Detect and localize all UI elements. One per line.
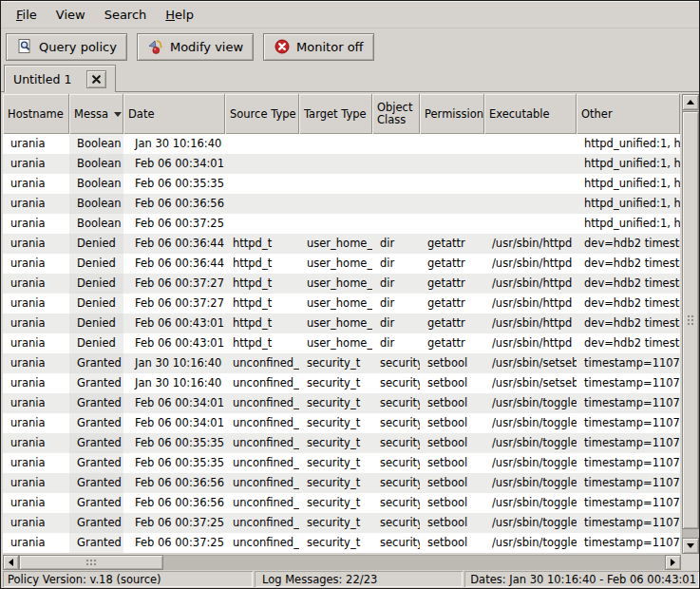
log-row[interactable]: uraniaDeniedFeb 06 00:36:44httpd_tuser_h… bbox=[3, 234, 680, 254]
toolbar-button-label: Query policy bbox=[39, 40, 117, 54]
scroll-down-arrow[interactable] bbox=[682, 538, 699, 554]
cell-executable: /usr/sbin/setseb bbox=[484, 373, 577, 393]
cell-permission: setbool bbox=[420, 393, 484, 413]
modify-view-button[interactable]: Modify view bbox=[137, 33, 254, 61]
vertical-scrollbar-thumb[interactable] bbox=[682, 111, 699, 529]
cell-messa: Denied bbox=[69, 234, 123, 254]
cell-hostname: urania bbox=[3, 513, 69, 533]
log-row[interactable]: uraniaGrantedFeb 06 00:34:01unconfined_s… bbox=[3, 413, 680, 433]
log-row[interactable]: uraniaGrantedJan 30 10:16:40unconfined_s… bbox=[3, 353, 680, 373]
menu-help[interactable]: Help bbox=[156, 4, 203, 26]
cell-date: Feb 06 00:35:35 bbox=[123, 174, 225, 194]
table-body: uraniaBooleanJan 30 10:16:40httpd_unifie… bbox=[3, 134, 680, 553]
cell-date: Feb 06 00:36:56 bbox=[123, 473, 225, 493]
cell-object-class: security bbox=[372, 513, 420, 533]
column-header-executable[interactable]: Executable bbox=[484, 94, 577, 134]
log-row[interactable]: uraniaDeniedFeb 06 00:36:44httpd_tuser_h… bbox=[3, 254, 680, 274]
column-header-hostname[interactable]: Hostname bbox=[3, 94, 69, 134]
cell-target-type: user_home_ bbox=[299, 333, 372, 353]
log-messages-status: Log Messages: 22/23 bbox=[255, 571, 463, 587]
scroll-right-arrow[interactable] bbox=[665, 555, 681, 570]
scroll-up-arrow[interactable] bbox=[682, 94, 699, 110]
column-header-object-class[interactable]: Object Class bbox=[372, 94, 420, 134]
horizontal-scrollbar[interactable] bbox=[3, 555, 681, 570]
log-row[interactable]: uraniaBooleanFeb 06 00:37:25httpd_unifie… bbox=[3, 214, 680, 234]
log-row[interactable]: uraniaBooleanFeb 06 00:35:35httpd_unifie… bbox=[3, 174, 680, 194]
column-header-messa[interactable]: Messa bbox=[69, 94, 123, 134]
cell-date: Feb 06 00:36:56 bbox=[123, 493, 225, 513]
cell-hostname: urania bbox=[3, 473, 69, 493]
cell-target-type: user_home_ bbox=[299, 234, 372, 254]
toolbar-button-label: Monitor off bbox=[296, 40, 363, 54]
cell-target-type bbox=[299, 134, 372, 154]
cell-source-type: unconfined_ bbox=[225, 513, 299, 533]
cell-object-class: dir bbox=[372, 333, 420, 353]
horizontal-scrollbar-thumb[interactable] bbox=[19, 555, 163, 570]
column-header-source-type[interactable]: Source Type bbox=[225, 94, 299, 134]
column-header-target-type[interactable]: Target Type bbox=[299, 94, 372, 134]
cell-hostname: urania bbox=[3, 214, 69, 234]
column-header-date[interactable]: Date bbox=[123, 94, 225, 134]
cell-hostname: urania bbox=[3, 533, 69, 553]
log-row[interactable]: uraniaBooleanFeb 06 00:36:56httpd_unifie… bbox=[3, 194, 680, 214]
menu-view[interactable]: View bbox=[47, 4, 95, 26]
column-header-label: Source Type bbox=[230, 108, 296, 121]
cell-source-type: unconfined_ bbox=[225, 393, 299, 413]
cell-hostname: urania bbox=[3, 413, 69, 433]
query-policy-icon bbox=[16, 38, 33, 55]
cell-messa: Denied bbox=[69, 254, 123, 274]
cell-source-type: httpd_t bbox=[225, 333, 299, 353]
cell-object-class: dir bbox=[372, 234, 420, 254]
log-row[interactable]: uraniaGrantedJan 30 10:16:40unconfined_s… bbox=[3, 373, 680, 393]
cell-source-type: unconfined_ bbox=[225, 473, 299, 493]
cell-source-type: unconfined_ bbox=[225, 413, 299, 433]
cell-messa: Granted bbox=[69, 473, 123, 493]
cell-other: timestamp=11076 bbox=[577, 493, 680, 513]
cell-other: timestamp=11076 bbox=[577, 393, 680, 413]
monitor-off-button[interactable]: Monitor off bbox=[263, 33, 373, 61]
menu-file[interactable]: File bbox=[7, 4, 47, 26]
menu-search[interactable]: Search bbox=[95, 4, 157, 26]
cell-permission: getattr bbox=[420, 294, 484, 314]
log-row[interactable]: uraniaGrantedFeb 06 00:36:56unconfined_s… bbox=[3, 473, 680, 493]
log-row[interactable]: uraniaDeniedFeb 06 00:37:27httpd_tuser_h… bbox=[3, 294, 680, 314]
log-row[interactable]: uraniaGrantedFeb 06 00:35:35unconfined_s… bbox=[3, 433, 680, 453]
log-row[interactable]: uraniaGrantedFeb 06 00:36:56unconfined_s… bbox=[3, 493, 680, 513]
cell-date: Jan 30 10:16:40 bbox=[123, 373, 225, 393]
log-row[interactable]: uraniaGrantedFeb 06 00:37:25unconfined_s… bbox=[3, 513, 680, 533]
log-row[interactable]: uraniaGrantedFeb 06 00:37:25unconfined_s… bbox=[3, 533, 680, 553]
cell-hostname: urania bbox=[3, 274, 69, 294]
log-row[interactable]: uraniaBooleanJan 30 10:16:40httpd_unifie… bbox=[3, 134, 680, 154]
cell-source-type: httpd_t bbox=[225, 254, 299, 274]
cell-executable: /usr/sbin/toggle bbox=[484, 513, 577, 533]
log-row[interactable]: uraniaGrantedFeb 06 00:35:35unconfined_s… bbox=[3, 453, 680, 473]
tab-untitled-1[interactable]: Untitled 1 bbox=[4, 65, 116, 92]
query-policy-button[interactable]: Query policy bbox=[6, 33, 127, 61]
cell-executable bbox=[484, 134, 577, 154]
cell-source-type bbox=[225, 134, 299, 154]
column-header-permission[interactable]: Permission bbox=[420, 94, 484, 134]
cell-messa: Boolean bbox=[69, 134, 123, 154]
cell-messa: Denied bbox=[69, 314, 123, 333]
cell-hostname: urania bbox=[3, 194, 69, 214]
cell-date: Feb 06 00:36:44 bbox=[123, 234, 225, 254]
column-header-other[interactable]: Other bbox=[577, 94, 680, 134]
close-icon[interactable] bbox=[86, 70, 106, 88]
cell-object-class: dir bbox=[372, 314, 420, 333]
cell-other: dev=hdb2 timesta bbox=[577, 294, 680, 314]
vertical-scrollbar[interactable] bbox=[682, 94, 699, 554]
cell-target-type: security_t bbox=[299, 473, 372, 493]
log-row[interactable]: uraniaGrantedFeb 06 00:34:01unconfined_s… bbox=[3, 393, 680, 413]
scroll-left-arrow[interactable] bbox=[3, 555, 19, 570]
cell-object-class: dir bbox=[372, 274, 420, 294]
log-row[interactable]: uraniaBooleanFeb 06 00:34:01httpd_unifie… bbox=[3, 154, 680, 174]
log-row[interactable]: uraniaDeniedFeb 06 00:43:01httpd_tuser_h… bbox=[3, 314, 680, 333]
cell-date: Feb 06 00:36:56 bbox=[123, 194, 225, 214]
policy-version-text: Policy Version: v.18 (source) bbox=[8, 573, 161, 586]
cell-object-class bbox=[372, 154, 420, 174]
cell-permission: getattr bbox=[420, 333, 484, 353]
log-row[interactable]: uraniaDeniedFeb 06 00:37:27httpd_tuser_h… bbox=[3, 274, 680, 294]
log-row[interactable]: uraniaDeniedFeb 06 00:43:01httpd_tuser_h… bbox=[3, 333, 680, 353]
cell-hostname: urania bbox=[3, 234, 69, 254]
cell-executable: /usr/sbin/httpd bbox=[484, 333, 577, 353]
